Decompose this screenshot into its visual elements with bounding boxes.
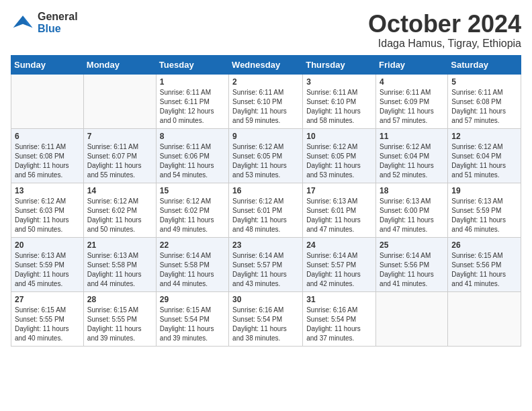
table-row: 27Sunrise: 6:15 AMSunset: 5:55 PMDayligh…: [11, 291, 84, 346]
day-number: 29: [160, 295, 225, 304]
table-row: 12Sunrise: 6:12 AMSunset: 6:04 PMDayligh…: [448, 128, 521, 183]
day-number: 14: [87, 186, 152, 195]
table-row: 5Sunrise: 6:11 AMSunset: 6:08 PMDaylight…: [448, 74, 521, 128]
day-info: Sunrise: 6:16 AMSunset: 5:54 PMDaylight:…: [232, 306, 299, 343]
table-row: [83, 74, 156, 128]
day-info: Sunrise: 6:15 AMSunset: 5:56 PMDaylight:…: [451, 251, 517, 289]
day-number: 1: [160, 77, 225, 87]
table-row: 13Sunrise: 6:12 AMSunset: 6:03 PMDayligh…: [11, 183, 84, 237]
table-row: 31Sunrise: 6:16 AMSunset: 5:54 PMDayligh…: [303, 291, 376, 346]
day-number: 22: [160, 240, 225, 250]
day-info: Sunrise: 6:11 AMSunset: 6:07 PMDaylight:…: [87, 142, 152, 180]
day-number: 7: [87, 132, 152, 141]
day-info: Sunrise: 6:11 AMSunset: 6:09 PMDaylight:…: [380, 88, 444, 126]
table-row: 10Sunrise: 6:12 AMSunset: 6:05 PMDayligh…: [303, 128, 376, 183]
table-row: 7Sunrise: 6:11 AMSunset: 6:07 PMDaylight…: [83, 128, 156, 183]
table-row: 29Sunrise: 6:15 AMSunset: 5:54 PMDayligh…: [156, 291, 228, 346]
header-saturday: Saturday: [448, 55, 521, 74]
calendar-table: Sunday Monday Tuesday Wednesday Thursday…: [11, 55, 521, 347]
day-info: Sunrise: 6:12 AMSunset: 6:05 PMDaylight:…: [306, 142, 372, 180]
calendar-week-row: 20Sunrise: 6:13 AMSunset: 5:59 PMDayligh…: [11, 237, 521, 291]
logo-icon: [11, 11, 35, 35]
table-row: [376, 291, 448, 346]
day-info: Sunrise: 6:12 AMSunset: 6:04 PMDaylight:…: [451, 142, 517, 180]
day-info: Sunrise: 6:12 AMSunset: 6:02 PMDaylight:…: [160, 197, 225, 234]
table-row: 28Sunrise: 6:15 AMSunset: 5:55 PMDayligh…: [83, 291, 156, 346]
day-number: 30: [232, 295, 299, 304]
day-info: Sunrise: 6:13 AMSunset: 6:01 PMDaylight:…: [306, 197, 372, 234]
logo: General Blue: [11, 11, 78, 35]
calendar-week-row: 13Sunrise: 6:12 AMSunset: 6:03 PMDayligh…: [11, 183, 521, 237]
table-row: 6Sunrise: 6:11 AMSunset: 6:08 PMDaylight…: [11, 128, 84, 183]
day-number: 21: [87, 240, 152, 250]
day-number: 16: [232, 186, 299, 195]
header-thursday: Thursday: [303, 55, 376, 74]
table-row: 18Sunrise: 6:13 AMSunset: 6:00 PMDayligh…: [376, 183, 448, 237]
day-number: 6: [15, 132, 80, 141]
logo-text: General Blue: [38, 11, 78, 35]
title-block: October 2024 Idaga Hamus, Tigray, Ethiop…: [368, 11, 521, 50]
day-number: 28: [87, 295, 152, 304]
table-row: 20Sunrise: 6:13 AMSunset: 5:59 PMDayligh…: [11, 237, 84, 291]
table-row: 17Sunrise: 6:13 AMSunset: 6:01 PMDayligh…: [303, 183, 376, 237]
day-info: Sunrise: 6:13 AMSunset: 5:59 PMDaylight:…: [15, 251, 80, 289]
day-number: 10: [306, 132, 372, 141]
header-sunday: Sunday: [11, 55, 84, 74]
table-row: 21Sunrise: 6:13 AMSunset: 5:58 PMDayligh…: [83, 237, 156, 291]
day-number: 9: [232, 132, 299, 141]
day-info: Sunrise: 6:12 AMSunset: 6:04 PMDaylight:…: [380, 142, 444, 180]
day-info: Sunrise: 6:14 AMSunset: 5:57 PMDaylight:…: [232, 251, 299, 289]
day-number: 11: [380, 132, 444, 141]
table-row: 2Sunrise: 6:11 AMSunset: 6:10 PMDaylight…: [229, 74, 303, 128]
calendar-week-row: 1Sunrise: 6:11 AMSunset: 6:11 PMDaylight…: [11, 74, 521, 128]
day-number: 5: [451, 77, 517, 87]
day-number: 23: [232, 240, 299, 250]
table-row: 4Sunrise: 6:11 AMSunset: 6:09 PMDaylight…: [376, 74, 448, 128]
day-info: Sunrise: 6:11 AMSunset: 6:10 PMDaylight:…: [232, 88, 299, 126]
day-number: 4: [380, 77, 444, 87]
location-subtitle: Idaga Hamus, Tigray, Ethiopia: [368, 38, 521, 50]
table-row: 30Sunrise: 6:16 AMSunset: 5:54 PMDayligh…: [229, 291, 303, 346]
day-number: 17: [306, 186, 372, 195]
day-info: Sunrise: 6:13 AMSunset: 6:00 PMDaylight:…: [380, 197, 444, 234]
header-friday: Friday: [376, 55, 448, 74]
calendar-week-row: 27Sunrise: 6:15 AMSunset: 5:55 PMDayligh…: [11, 291, 521, 346]
header-tuesday: Tuesday: [156, 55, 228, 74]
table-row: 23Sunrise: 6:14 AMSunset: 5:57 PMDayligh…: [229, 237, 303, 291]
table-row: 24Sunrise: 6:14 AMSunset: 5:57 PMDayligh…: [303, 237, 376, 291]
day-number: 2: [232, 77, 299, 87]
day-number: 27: [15, 295, 80, 304]
day-number: 13: [15, 186, 80, 195]
day-info: Sunrise: 6:12 AMSunset: 6:03 PMDaylight:…: [15, 197, 80, 234]
day-info: Sunrise: 6:11 AMSunset: 6:11 PMDaylight:…: [160, 88, 225, 126]
day-info: Sunrise: 6:12 AMSunset: 6:01 PMDaylight:…: [232, 197, 299, 234]
day-info: Sunrise: 6:14 AMSunset: 5:58 PMDaylight:…: [160, 251, 225, 289]
calendar-header-row: Sunday Monday Tuesday Wednesday Thursday…: [11, 55, 521, 74]
day-info: Sunrise: 6:13 AMSunset: 5:59 PMDaylight:…: [451, 197, 517, 234]
day-info: Sunrise: 6:14 AMSunset: 5:57 PMDaylight:…: [306, 251, 372, 289]
table-row: 14Sunrise: 6:12 AMSunset: 6:02 PMDayligh…: [83, 183, 156, 237]
day-number: 25: [380, 240, 444, 250]
day-info: Sunrise: 6:15 AMSunset: 5:55 PMDaylight:…: [15, 306, 80, 343]
day-info: Sunrise: 6:14 AMSunset: 5:56 PMDaylight:…: [380, 251, 444, 289]
table-row: 3Sunrise: 6:11 AMSunset: 6:10 PMDaylight…: [303, 74, 376, 128]
day-number: 26: [451, 240, 517, 250]
table-row: 16Sunrise: 6:12 AMSunset: 6:01 PMDayligh…: [229, 183, 303, 237]
day-number: 12: [451, 132, 517, 141]
table-row: 22Sunrise: 6:14 AMSunset: 5:58 PMDayligh…: [156, 237, 228, 291]
month-title: October 2024: [368, 11, 521, 38]
day-info: Sunrise: 6:12 AMSunset: 6:02 PMDaylight:…: [87, 197, 152, 234]
day-info: Sunrise: 6:12 AMSunset: 6:05 PMDaylight:…: [232, 142, 299, 180]
page-header: General Blue October 2024 Idaga Hamus, T…: [11, 11, 521, 50]
day-number: 18: [380, 186, 444, 195]
day-info: Sunrise: 6:15 AMSunset: 5:54 PMDaylight:…: [160, 306, 225, 343]
table-row: [448, 291, 521, 346]
table-row: 19Sunrise: 6:13 AMSunset: 5:59 PMDayligh…: [448, 183, 521, 237]
table-row: 9Sunrise: 6:12 AMSunset: 6:05 PMDaylight…: [229, 128, 303, 183]
day-info: Sunrise: 6:15 AMSunset: 5:55 PMDaylight:…: [87, 306, 152, 343]
day-info: Sunrise: 6:11 AMSunset: 6:06 PMDaylight:…: [160, 142, 225, 180]
day-info: Sunrise: 6:16 AMSunset: 5:54 PMDaylight:…: [306, 306, 372, 343]
day-number: 31: [306, 295, 372, 304]
header-wednesday: Wednesday: [229, 55, 303, 74]
table-row: 1Sunrise: 6:11 AMSunset: 6:11 PMDaylight…: [156, 74, 228, 128]
